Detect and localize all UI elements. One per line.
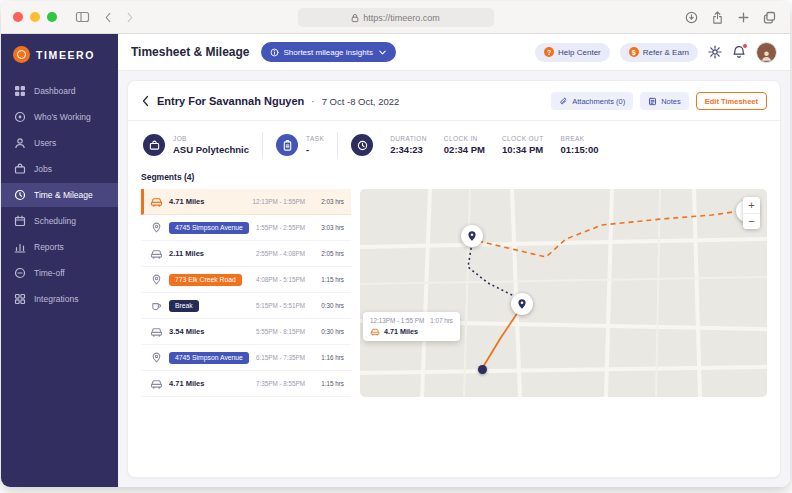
map-routes [360,189,767,397]
segment-row[interactable]: Break 5:15PM - 5:51PM 0:30 hrs [141,293,351,319]
url-text: https://timeero.com [363,13,440,23]
notes-button[interactable]: Notes [640,92,689,110]
map-start-dot[interactable] [478,365,487,374]
forward-chevron-icon[interactable] [126,12,134,23]
segment-time: 2:55PM - 4:08PM [256,250,305,257]
sidebar-item-integrations[interactable]: Integrations [1,287,118,311]
back-chevron-icon[interactable] [104,12,112,23]
route-map[interactable]: 12:13PM - 1:55 PM 1:07 hrs 4.71 Miles + [360,189,767,397]
sidebar-item-time-mileage[interactable]: Time & Mileage [1,183,118,207]
segment-time: 12:13PM - 1:55PM [253,198,306,205]
close-window-button[interactable] [13,12,23,22]
sidebar-item-label: Jobs [34,164,52,174]
gear-icon[interactable] [708,45,722,59]
segment-duration: 2:05 hrs [311,250,344,257]
back-button[interactable] [141,95,150,107]
window-controls [13,12,57,22]
tooltip-miles: 4.71 Miles [384,327,418,336]
reports-icon [14,241,26,253]
map-pin-marker-b[interactable] [511,293,533,315]
edit-timesheet-button[interactable]: Edit Timesheet [696,92,767,110]
segment-label: 4745 Simpson Avenue [169,222,249,234]
browser-chrome: https://timeero.com [1,1,790,34]
entry-date-range: 7 Oct -8 Oct, 2022 [322,96,400,107]
sidebar-item-who-s-working[interactable]: Who's Working [1,105,118,129]
time-off-icon [14,267,26,279]
summary-row: JOB ASU Polytechnic TASK - [141,121,767,170]
sidebar-nav: Dashboard Who's Working Users Jobs Time … [1,79,118,311]
segment-row[interactable]: 4745 Simpson Avenue 1:55PM - 2:55PM 3:03… [141,215,351,241]
clock-icon [351,134,373,156]
refer-earn-button[interactable]: $ Refer & Earn [620,43,698,62]
segment-row[interactable]: 4.71 Miles 7:35PM - 8:55PM 1:15 hrs [141,371,351,397]
downloads-icon[interactable] [685,11,698,24]
fullscreen-window-button[interactable] [47,12,57,22]
content-area: Entry For Savannah Nguyen · 7 Oct -8 Oct… [118,71,790,487]
bell-icon[interactable] [732,45,746,59]
segment-row[interactable]: 3.54 Miles 5:55PM - 8:15PM 0:30 hrs [141,319,351,345]
paperclip-icon [559,97,568,106]
sidebar-toggle-icon[interactable] [75,11,90,23]
sidebar-item-label: Integrations [34,294,78,304]
notes-label: Notes [661,97,681,106]
segment-row[interactable]: 2.11 Miles 2:55PM - 4:08PM 2:05 hrs [141,241,351,267]
segment-time: 6:15PM - 7:35PM [256,354,305,361]
segment-duration: 1:15 hrs [311,380,344,387]
zoom-in-button[interactable]: + [743,197,760,213]
dollar-icon: $ [629,47,639,57]
sidebar-item-scheduling[interactable]: Scheduling [1,209,118,233]
timeero-logo-icon [13,46,30,63]
segment-duration: 0:30 hrs [311,328,344,335]
user-avatar[interactable] [756,42,777,63]
help-center-label: Help Center [558,48,601,57]
car-icon [150,378,163,389]
minimize-window-button[interactable] [30,12,40,22]
job-value: ASU Polytechnic [173,144,249,155]
segments-list: 4.71 Miles 12:13PM - 1:55PM 2:03 hrs 474… [141,189,351,397]
tab-overview-icon[interactable] [763,11,776,24]
segment-label: 3.54 Miles [169,327,204,336]
address-bar[interactable]: https://timeero.com [298,8,494,27]
segment-row[interactable]: 773 Elk Creek Road 4:08PM - 5:15PM 1:15 … [141,267,351,293]
help-center-button[interactable]: ? Help Center [535,43,610,62]
car-icon [370,327,380,336]
segment-row[interactable]: 4745 Simpson Avenue 6:15PM - 7:35PM 1:16… [141,345,351,371]
app-logo[interactable]: TIMEERO [1,34,118,79]
job-label: JOB [173,135,249,142]
pin-icon [150,274,163,285]
map-pin-icon [466,230,478,242]
segment-row[interactable]: 4.71 Miles 12:13PM - 1:55PM 2:03 hrs [141,189,351,215]
sidebar-item-jobs[interactable]: Jobs [1,157,118,181]
sidebar-item-label: Reports [34,242,64,252]
sidebar-item-dashboard[interactable]: Dashboard [1,79,118,103]
dashboard-icon [14,85,26,97]
segment-label: 4.71 Miles [169,197,204,206]
clipboard-icon [282,140,293,151]
segment-time: 7:35PM - 8:55PM [256,380,305,387]
map-pin-marker-a[interactable] [461,225,483,247]
sidebar-item-time-off[interactable]: Time-off [1,261,118,285]
new-tab-icon[interactable] [737,11,750,24]
attachments-label: Attachments (0) [572,97,625,106]
lock-icon [351,13,359,23]
users-icon [14,137,26,149]
segment-time: 5:55PM - 8:15PM [256,328,305,335]
question-icon: ? [544,47,554,57]
scheduling-icon [14,215,26,227]
zoom-out-button[interactable]: − [743,213,760,229]
jobs-icon [14,163,26,175]
segment-duration: 1:16 hrs [311,354,344,361]
segments-title: Segments (4) [141,172,767,182]
break-icon [150,300,163,311]
shortest-mileage-insights-button[interactable]: Shortest mileage insights [261,42,396,62]
sidebar-item-label: Dashboard [34,86,76,96]
sidebar-item-reports[interactable]: Reports [1,235,118,259]
attachments-button[interactable]: Attachments (0) [551,92,633,110]
whos-working-icon [14,111,26,123]
refer-earn-label: Refer & Earn [643,48,689,57]
break-value: 01:15:00 [561,144,599,155]
page-title: Timesheet & Mileage [131,45,250,59]
sidebar-item-users[interactable]: Users [1,131,118,155]
share-icon[interactable] [711,11,724,24]
insights-label: Shortest mileage insights [284,48,373,57]
